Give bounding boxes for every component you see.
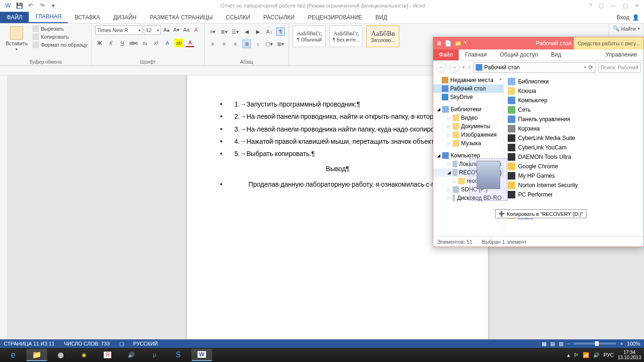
page-indicator[interactable]: СТРАНИЦА 11 ИЗ 11 bbox=[4, 341, 55, 346]
zoom-level[interactable]: 100% bbox=[627, 341, 640, 346]
address-bar[interactable]: Рабочий стол ▾ ⟳ bbox=[473, 62, 595, 73]
tree-recent[interactable]: Недавние места^ bbox=[433, 76, 504, 84]
bold-button[interactable]: Ж bbox=[95, 39, 104, 47]
tree-desktop[interactable]: Рабочий стол bbox=[433, 84, 504, 93]
numbering-icon[interactable]: ≣▾ bbox=[220, 27, 228, 36]
underline-button[interactable]: Ч bbox=[118, 39, 126, 47]
style-normal[interactable]: АаБбВвГг,¶ Обычный bbox=[293, 25, 326, 47]
shading-icon[interactable]: ▢▾ bbox=[265, 40, 273, 48]
word-count[interactable]: ЧИСЛО СЛОВ: 733 bbox=[64, 341, 110, 346]
tab-file[interactable]: ФАЙЛ bbox=[0, 12, 29, 23]
taskbar-word[interactable]: W bbox=[191, 349, 212, 361]
highlight-icon[interactable]: ab bbox=[174, 39, 183, 47]
read-mode-icon[interactable]: ▦ bbox=[542, 341, 546, 347]
format-painter-button[interactable]: Формат по образцу bbox=[33, 41, 88, 48]
explorer-contextual-tab[interactable]: Средства работы с рису... bbox=[574, 37, 644, 49]
tab-home[interactable]: ГЛАВНАЯ bbox=[29, 11, 68, 23]
save-icon[interactable]: 💾 bbox=[16, 2, 23, 9]
shrink-font-icon[interactable]: A▾ bbox=[172, 25, 181, 34]
vertical-ruler[interactable] bbox=[0, 75, 8, 339]
maximize-icon[interactable]: ▢ bbox=[623, 2, 628, 9]
web-layout-icon[interactable]: ▥ bbox=[559, 341, 563, 347]
search-input[interactable]: Поиск: Рабочий bbox=[598, 62, 641, 73]
tab-view[interactable]: ВИД bbox=[369, 12, 394, 23]
print-layout-icon[interactable]: ▤ bbox=[550, 341, 555, 347]
ribbon-options-icon[interactable]: ▢ bbox=[599, 2, 604, 9]
back-button[interactable]: ← bbox=[436, 62, 446, 73]
login-link[interactable]: Вход 👤 bbox=[612, 12, 644, 23]
explorer-tab-file[interactable]: Файл bbox=[433, 49, 459, 60]
italic-button[interactable]: К bbox=[107, 39, 115, 47]
change-case-icon[interactable]: Aa bbox=[182, 25, 190, 34]
text-effects-icon[interactable]: A bbox=[163, 39, 172, 47]
font-name-select[interactable]: Times New R▾ bbox=[95, 25, 142, 35]
sort-icon[interactable]: A↓ bbox=[265, 27, 273, 36]
taskbar-utorrent[interactable]: μ bbox=[144, 349, 165, 361]
content-item[interactable]: Сеть bbox=[506, 105, 642, 115]
borders-icon[interactable]: ⊞▾ bbox=[276, 40, 285, 48]
content-item[interactable]: My HP Games bbox=[506, 171, 642, 181]
show-marks-icon[interactable]: ¶ bbox=[276, 27, 285, 36]
content-item[interactable]: DAEMON Tools Ultra bbox=[506, 152, 642, 162]
proofing-icon[interactable]: ▢ bbox=[119, 341, 124, 347]
language-indicator[interactable]: РУССКИЙ bbox=[133, 341, 158, 346]
content-item[interactable]: Norton Internet Security bbox=[506, 181, 642, 190]
tray-volume-icon[interactable]: 🔊 bbox=[593, 352, 600, 358]
align-right-icon[interactable]: ≡ bbox=[231, 40, 239, 48]
content-item[interactable]: PC Performer bbox=[506, 190, 642, 199]
tray-clock[interactable]: 17:34 13.10.2013 bbox=[618, 350, 641, 360]
zoom-out-icon[interactable]: − bbox=[567, 341, 570, 346]
tray-language[interactable]: РУС bbox=[603, 352, 614, 358]
content-item[interactable]: CyberLink YouCam bbox=[506, 143, 642, 152]
explorer-tab-view[interactable]: Вид bbox=[545, 49, 568, 60]
tree-computer[interactable]: ◢Компьютер bbox=[433, 151, 504, 160]
up-button[interactable]: ↑ bbox=[468, 64, 471, 71]
tree-sdhc[interactable]: ▷SDHC (F:) bbox=[433, 185, 504, 194]
tree-libraries[interactable]: ◢Библиотеки bbox=[433, 105, 504, 114]
zoom-thumb[interactable] bbox=[595, 341, 599, 346]
taskbar-yandex[interactable]: Я bbox=[97, 349, 118, 361]
explorer-tab-home[interactable]: Главная bbox=[459, 49, 494, 60]
tab-references[interactable]: ССЫЛКИ bbox=[219, 12, 256, 23]
help-icon[interactable]: ? bbox=[589, 2, 592, 9]
tab-insert[interactable]: ВСТАВКА bbox=[68, 12, 107, 23]
explorer-tab-share[interactable]: Общий доступ bbox=[493, 49, 545, 60]
taskbar-chrome[interactable]: ◉ bbox=[74, 349, 94, 361]
forward-button[interactable]: → bbox=[449, 62, 460, 73]
close-icon[interactable]: ✕ bbox=[635, 2, 639, 9]
list-item[interactable]: 2.→На·левой·панели·проводника,·найти·и·о… bbox=[220, 112, 455, 121]
taskbar-ie[interactable]: e bbox=[3, 349, 24, 361]
tree-bdrom[interactable]: ▷Дисковод BD-RO bbox=[433, 194, 504, 202]
grow-font-icon[interactable]: A▴ bbox=[162, 25, 171, 34]
tree-video[interactable]: ▷Видео bbox=[433, 114, 504, 122]
multilevel-icon[interactable]: ☰▾ bbox=[231, 27, 239, 36]
taskbar-audio[interactable]: 🔊 bbox=[121, 349, 141, 361]
conclusion-heading[interactable]: Вывод¶ bbox=[220, 164, 455, 173]
clear-format-icon[interactable]: A̸ bbox=[192, 25, 200, 34]
minimize-icon[interactable]: — bbox=[611, 2, 616, 9]
font-size-select[interactable]: 12▾ bbox=[144, 25, 161, 35]
taskbar-skype[interactable]: S bbox=[168, 349, 189, 361]
tree-recovery-d[interactable]: ◢RECOVERY (D:) bbox=[433, 168, 504, 177]
tab-mailings[interactable]: РАССЫЛКИ bbox=[257, 12, 301, 23]
new-folder-icon[interactable]: 📁 bbox=[454, 40, 462, 47]
redo-icon[interactable]: ↷ bbox=[39, 2, 45, 9]
chevron-down-icon[interactable]: ▾ bbox=[584, 65, 586, 70]
align-center-icon[interactable]: ≡ bbox=[220, 40, 228, 48]
paste-button[interactable]: Вставить ▾ bbox=[4, 25, 30, 52]
qat-dropdown-icon[interactable]: ▾ bbox=[50, 2, 57, 9]
taskbar-explorer[interactable]: 📁 bbox=[26, 349, 47, 361]
explorer-tree[interactable]: Недавние места^ Рабочий стол SkyDrive ◢Б… bbox=[433, 74, 504, 236]
list-item[interactable]: 4.→Нажатой·правой·клавишей·мыши,·перетащ… bbox=[220, 137, 455, 146]
content-item[interactable]: Компьютер bbox=[506, 96, 642, 105]
tree-local-disk[interactable]: ▷Локальный диск bbox=[433, 160, 504, 168]
tree-images[interactable]: ▷Изображения bbox=[433, 131, 504, 139]
subscript-button[interactable]: x₂ bbox=[140, 39, 149, 47]
strike-button[interactable]: abc bbox=[129, 39, 138, 47]
content-item[interactable]: Корзина bbox=[506, 124, 642, 133]
taskbar-hp[interactable]: ⬤ bbox=[50, 349, 71, 361]
refresh-icon[interactable]: ⟳ bbox=[588, 64, 593, 71]
conclusion-text[interactable]: Проделав·данную·лабораторную·работу,·я·о… bbox=[234, 180, 455, 189]
properties-icon[interactable]: 📄 bbox=[445, 40, 452, 47]
zoom-slider[interactable] bbox=[574, 343, 616, 345]
